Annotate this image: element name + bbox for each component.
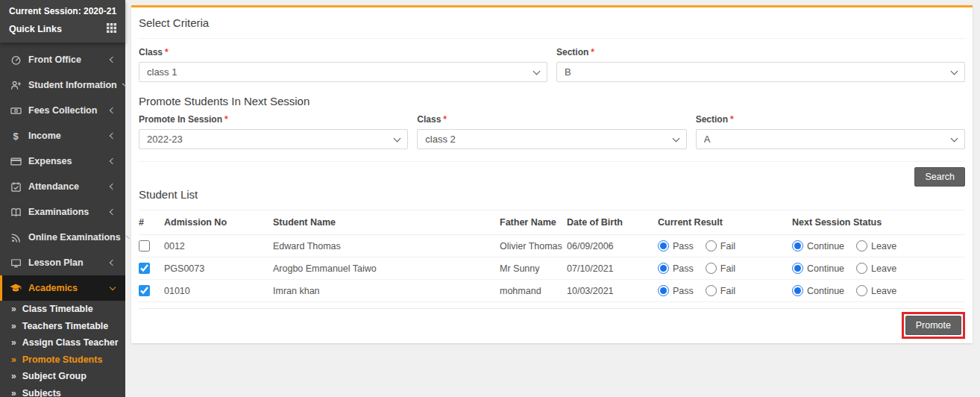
chevron-left-icon [110,260,116,266]
chevron-left-icon [126,236,130,240]
class-label: Class* [139,47,547,57]
table-row: 01010 Imran khan mohmand 10/03/2021 Pass… [139,280,965,302]
sidebar-item-attendance[interactable]: Attendance [0,174,125,199]
sidebar-item-label: Expenses [28,156,72,166]
continue-radio[interactable]: Continue [792,263,844,274]
required-asterisk: * [730,114,734,125]
sidebar-subitem-subjects[interactable]: » Subjects [0,385,125,397]
promote-section-title: Promote Students In Next Session [139,95,965,107]
father-name-cell: Olivier Thomas [500,235,567,257]
section-field: Section* B [556,47,965,82]
promote-section-field: Section* A [696,114,965,149]
double-chevron-icon: » [11,321,16,331]
dob-cell: 10/03/2021 [567,280,658,302]
section-select-wrap: B [556,62,965,82]
sidebar-subitem-label: Teachers Timetable [22,321,109,331]
sidebar-item-label: Online Examinations [28,232,121,243]
sidebar-item-online-examinations[interactable]: Online Examinations [0,225,125,250]
table-row: PGS0073 Arogbo Emmanuel Taiwo Mr Sunny 0… [139,257,965,280]
current-session-label: Current Session: 2020-21 [9,6,116,16]
sidebar-subitem-label: Assign Class Teacher [22,337,119,348]
sidebar-item-front-office[interactable]: Front Office [0,47,125,72]
col-dob: Date of Birth [567,210,658,235]
promote-class-select-wrap: class 2 [417,129,686,149]
search-button[interactable]: Search [914,167,965,187]
promote-button[interactable]: Promote [905,316,961,335]
student-table: # Admission No Student Name Father Name … [139,210,965,302]
annotation-highlight: Promote [902,312,965,339]
class-field: Class* class 1 [139,47,547,82]
sidebar-item-academics[interactable]: Academics [0,275,125,301]
sidebar: Current Session: 2020-21 Quick Links Fro… [0,0,125,397]
admission-no-cell: PGS0073 [164,257,273,280]
promote-session-select[interactable]: 2022-23 [139,129,408,149]
sidebar-item-fees-collection[interactable]: Fees Collection [0,98,125,123]
examinations-icon [10,207,22,218]
sidebar-item-expenses[interactable]: Expenses [0,149,125,174]
chevron-left-icon [110,133,116,139]
sidebar-item-label: Income [28,131,61,141]
front-office-icon [10,54,22,66]
section-select[interactable]: B [556,62,965,82]
chevron-left-icon [122,84,126,87]
dob-cell: 06/09/2006 [567,235,658,257]
class-select-wrap: class 1 [139,62,547,82]
grid-menu-icon[interactable] [107,22,116,36]
sidebar-header: Current Session: 2020-21 Quick Links [0,0,125,43]
sidebar-item-income[interactable]: $ Income [0,123,125,149]
pass-radio[interactable]: Pass [658,285,694,296]
promote-session-field: Promote In Session* 2022-23 [139,114,408,149]
student-name-cell: Arogbo Emmanuel Taiwo [273,257,500,280]
promote-class-select[interactable]: class 2 [417,129,686,149]
father-name-cell: mohmand [500,280,567,302]
col-next-session-status: Next Session Status [792,210,965,235]
table-row: 0012 Edward Thomas Olivier Thomas 06/09/… [139,235,965,257]
fees-collection-icon [10,105,22,116]
chevron-left-icon [110,184,116,190]
double-chevron-icon: » [11,371,16,381]
sidebar-subitem-promote-students[interactable]: » Promote Students [0,351,125,369]
class-select[interactable]: class 1 [139,62,547,82]
fail-radio[interactable]: Fail [706,240,735,251]
sidebar-item-label: Front Office [28,54,81,65]
sidebar-subitem-class-timetable[interactable]: » Class Timetable [0,301,125,318]
promote-class-field: Class* class 2 [417,114,686,149]
sidebar-subitem-assign-class-teacher[interactable]: » Assign Class Teacher [0,334,125,351]
fail-radio[interactable]: Fail [706,263,735,274]
fail-radio[interactable]: Fail [706,285,735,296]
promote-section-select-wrap: A [696,129,965,149]
sidebar-item-label: Academics [28,283,78,293]
continue-radio[interactable]: Continue [792,285,844,296]
student-name-cell: Edward Thomas [273,235,500,257]
col-index: # [139,210,164,235]
section-label: Section* [556,47,965,57]
sidebar-item-label: Lesson Plan [28,257,84,268]
sidebar-item-examinations[interactable]: Examinations [0,199,125,225]
row-select-checkbox[interactable] [139,240,150,251]
double-chevron-icon: » [11,388,16,397]
attendance-icon [10,181,22,193]
promote-session-label: Promote In Session* [139,114,408,125]
student-information-icon [10,80,22,91]
sidebar-subitem-label: Class Timetable [22,304,93,314]
double-chevron-icon: » [11,337,16,348]
pass-radio[interactable]: Pass [658,240,694,251]
sidebar-subitem-teachers-timetable[interactable]: » Teachers Timetable [0,318,125,335]
sidebar-item-student-information[interactable]: Student Information [0,72,125,98]
promote-section-select[interactable]: A [696,129,965,149]
leave-radio[interactable]: Leave [856,240,896,251]
lesson-plan-icon [10,257,22,269]
sidebar-subitem-label: Subject Group [22,371,87,381]
student-name-cell: Imran khan [273,280,500,302]
sidebar-item-lesson-plan[interactable]: Lesson Plan [0,250,125,275]
leave-radio[interactable]: Leave [856,263,896,274]
pass-radio[interactable]: Pass [658,263,694,274]
continue-radio[interactable]: Continue [792,240,844,251]
sidebar-item-label: Attendance [28,181,79,192]
sidebar-subitem-subject-group[interactable]: » Subject Group [0,368,125,385]
sidebar-item-label: Student Information [28,80,117,90]
leave-radio[interactable]: Leave [856,285,896,296]
quick-links-label[interactable]: Quick Links [9,24,62,34]
row-select-checkbox[interactable] [139,263,150,274]
row-select-checkbox[interactable] [139,285,150,296]
